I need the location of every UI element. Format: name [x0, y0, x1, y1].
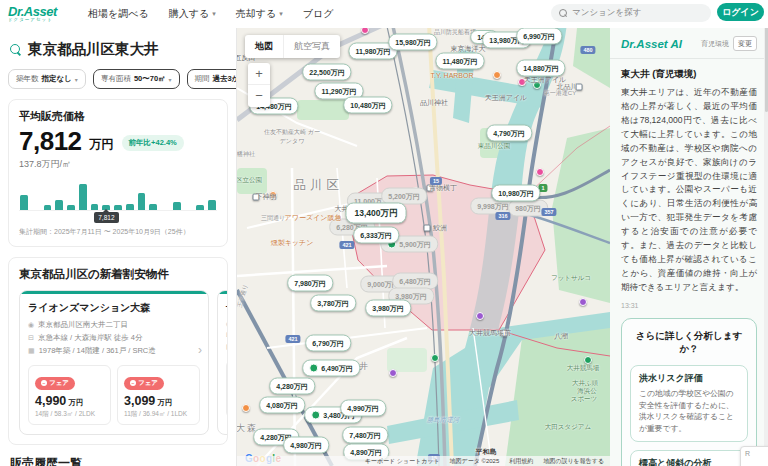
- price-pill[interactable]: 4,790万円: [486, 125, 532, 142]
- purple-poi-dot[interactable]: [579, 298, 587, 306]
- price-pill-label: 9,998万円: [477, 201, 509, 211]
- price-pill-label: 11,480万円: [442, 56, 477, 66]
- filter-chip-専有面積[interactable]: 専有面積 50〜70㎡▾: [93, 69, 180, 89]
- price-pill[interactable]: 10,480万円: [343, 97, 392, 114]
- price-pill-label: 4,280万円: [276, 381, 308, 391]
- zoom-in-button[interactable]: +: [248, 63, 270, 85]
- price-pill[interactable]: 11,480万円: [435, 53, 484, 70]
- nav-item-売却する[interactable]: 売却する▾: [236, 7, 283, 21]
- price-pill[interactable]: 4,280万円: [269, 378, 315, 395]
- page-scrollbar[interactable]: [764, 0, 768, 466]
- price-pill[interactable]: 6,333万円: [353, 227, 399, 244]
- price-pill-label: 4,990万円: [347, 403, 379, 413]
- brand-logo[interactable]: Dr.Asset ドクターアセット: [8, 5, 78, 23]
- map-label: 品川神社: [420, 98, 448, 108]
- chart-bar[interactable]: [55, 200, 63, 210]
- map-label: フットサルコ: [551, 274, 591, 283]
- map-label: 大井競馬場: [567, 364, 600, 373]
- nav-item-label: 売却する: [236, 7, 276, 21]
- price-pill[interactable]: 3,780万円: [310, 295, 356, 312]
- price-pill[interactable]: 13,400万円: [346, 203, 407, 224]
- area-query-title[interactable]: 東京都品川区東大井: [28, 40, 159, 59]
- login-button[interactable]: ログイン: [717, 3, 764, 21]
- chart-bar[interactable]: [44, 205, 52, 210]
- price-pill[interactable]: 14,880万円: [516, 60, 565, 77]
- listing-price-value: 3,099 万円: [124, 394, 193, 408]
- ai-suggestion-card[interactable]: 洪水リスク評価この地域の学校区や公園の安全性を評価するために、洪水リスクを確認す…: [630, 365, 748, 442]
- map-tab[interactable]: 地図: [245, 35, 283, 58]
- price-pill[interactable]: 7,980万円: [287, 275, 333, 292]
- nav-item-相場を調べる[interactable]: 相場を調べる: [88, 7, 149, 21]
- header-search-input[interactable]: マンションを探す: [551, 4, 711, 22]
- orange-poi-dot[interactable]: [493, 71, 501, 79]
- listing-price-boxes: −フェア16 22: [226, 360, 227, 418]
- listing-card[interactable]: ザ・◉⊟▦2−フェア16 22›: [217, 290, 227, 435]
- price-pill[interactable]: 4,980万円: [283, 437, 329, 454]
- ai-suggestion-card[interactable]: 標高と傾斜の分析標高と傾斜のデータを用いて、自然災害のリスクや眺望の良さを評価で…: [630, 450, 748, 466]
- purple-poi-dot[interactable]: [476, 312, 484, 320]
- map-label: スポーツ: [571, 395, 597, 404]
- pink-poi-dot[interactable]: [536, 168, 544, 176]
- listing-price-detail: 11階 / 36.94㎡ / 1LDK: [124, 410, 193, 419]
- filter-chip-prefix: 築年数: [16, 74, 39, 84]
- price-pill[interactable]: 22,500万円: [302, 64, 351, 81]
- listing-price-box[interactable]: −フェア3,099 万円11階 / 36.94㎡ / 1LDK: [117, 365, 200, 425]
- map-label: 勝島南運河: [427, 416, 460, 425]
- chart-bar-slot: [101, 181, 111, 210]
- price-history-bar-chart[interactable]: 7,812: [19, 181, 217, 211]
- chart-bar[interactable]: [114, 205, 122, 210]
- map-zoom-control: + −: [248, 63, 270, 107]
- fair-badge: −フェア: [35, 377, 75, 390]
- station-poi-dot[interactable]: [424, 225, 431, 232]
- listing-price-boxes: −フェア4,990 万円14階 / 58.3㎡ / 2LDK−フェア3,099 …: [28, 365, 200, 425]
- price-pill[interactable]: 6,790万円: [305, 335, 351, 352]
- green-poi-dot[interactable]: [431, 354, 439, 362]
- chart-bar[interactable]: [79, 184, 87, 210]
- ai-change-button[interactable]: 変更: [733, 36, 757, 51]
- chart-bar[interactable]: [138, 193, 146, 210]
- chart-bar[interactable]: [126, 204, 134, 210]
- price-pill-label: 6,790万円: [312, 338, 344, 348]
- map-canvas[interactable]: 地図 航空写真 + − Google キーボード ショートカット地図データ ©2…: [237, 28, 610, 466]
- price-pill[interactable]: 4,080万円: [259, 397, 305, 414]
- price-pill[interactable]: 10,980万円: [491, 185, 540, 202]
- price-pill[interactable]: 7,480万円: [342, 427, 388, 444]
- recaptcha-badge-partial[interactable]: R: [740, 446, 768, 466]
- map-attribution-link[interactable]: 地図の誤りを報告する: [543, 457, 604, 466]
- map-attribution-link[interactable]: 地図データ ©2025: [450, 457, 500, 466]
- fair-badge-label: フェア: [138, 379, 158, 388]
- purple-poi-dot[interactable]: [389, 369, 397, 377]
- satellite-tab[interactable]: 航空写真: [283, 35, 340, 58]
- chevron-right-icon[interactable]: ›: [198, 343, 202, 357]
- price-pill-label: 5,200万円: [388, 191, 420, 201]
- nav-item-label: ブログ: [303, 7, 334, 21]
- price-pill[interactable]: 3,980万円: [365, 300, 411, 317]
- listing-price-box[interactable]: −フェア4,990 万円14階 / 58.3㎡ / 2LDK: [28, 365, 111, 425]
- map-attribution-link[interactable]: キーボード ショートカット: [365, 457, 440, 466]
- map-attribution-link[interactable]: 利用規約: [509, 457, 533, 466]
- train-icon: ⊟: [28, 334, 34, 342]
- price-pill-label: 6,990万円: [523, 31, 555, 41]
- chart-bar[interactable]: [67, 205, 75, 210]
- price-pill[interactable]: 4,990万円: [340, 400, 386, 417]
- chart-bar[interactable]: [208, 200, 216, 210]
- price-pill[interactable]: 6,990万円: [516, 28, 562, 45]
- chart-bar[interactable]: [149, 204, 157, 210]
- filter-chip-期間[interactable]: 期間 過去3か月: [187, 69, 237, 89]
- nav-item-ブログ[interactable]: ブログ: [303, 7, 334, 21]
- price-pill[interactable]: 15,980万円: [388, 34, 437, 51]
- nav-item-購入する[interactable]: 購入する▾: [169, 7, 216, 21]
- price-per-sqm: 137.8万円/㎡: [19, 158, 217, 171]
- chart-bar[interactable]: [173, 202, 181, 210]
- ai-brand-title: Dr.Asset AI: [621, 38, 682, 50]
- listing-price-box[interactable]: −フェア16 22: [226, 360, 227, 418]
- orange-poi-dot[interactable]: [242, 404, 250, 412]
- chart-bar[interactable]: [20, 195, 28, 210]
- price-pill[interactable]: 6,490万円: [302, 360, 360, 377]
- left-panel: 東京都品川区東大井 築年数 指定なし▾専有面積 50〜70㎡▾期間 過去3か月 …: [0, 28, 237, 466]
- chart-bar[interactable]: [91, 204, 99, 210]
- zoom-out-button[interactable]: −: [248, 85, 270, 107]
- filter-chip-築年数[interactable]: 築年数 指定なし▾: [8, 69, 86, 89]
- listing-card[interactable]: ライオンズマンション大森◉東京都品川区南大井二丁目⊟京急本線 / 大森海岸駅 徒…: [19, 290, 209, 435]
- chart-bar[interactable]: [196, 205, 204, 210]
